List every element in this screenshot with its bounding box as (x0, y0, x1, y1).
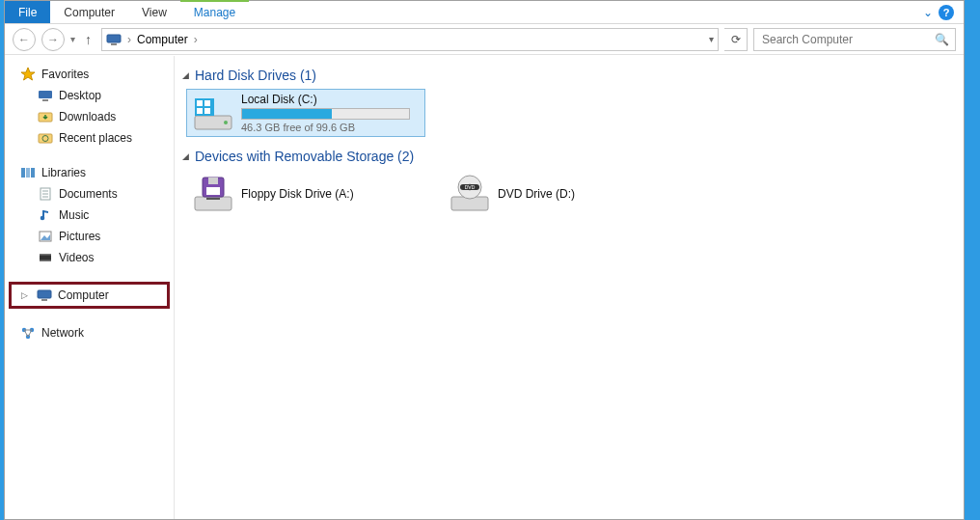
computer-icon (106, 32, 122, 47)
svg-rect-29 (204, 100, 210, 106)
up-button[interactable]: ↑ (81, 32, 95, 47)
svg-point-15 (41, 216, 45, 221)
section-header-hdd[interactable]: ◢ Hard Disk Drives (1) (182, 68, 956, 83)
libraries-header[interactable]: Libraries (5, 162, 174, 183)
sidebar-item-label: Pictures (59, 230, 100, 243)
forward-button[interactable]: → (41, 28, 65, 51)
pictures-icon (38, 229, 53, 244)
favorites-label: Favorites (41, 68, 89, 81)
capacity-bar (241, 108, 410, 120)
expander-icon[interactable]: ▷ (19, 290, 29, 300)
address-bar[interactable]: › Computer › ▾ (101, 28, 719, 51)
sidebar-item-label: Desktop (59, 89, 101, 102)
drive-tile-floppy-a[interactable]: Floppy Disk Drive (A:) (186, 170, 425, 218)
highlight-box: ▷ Computer (9, 282, 170, 309)
star-icon (20, 67, 36, 82)
search-icon: 🔍 (935, 33, 949, 46)
svg-rect-22 (41, 299, 47, 301)
sidebar-item-music[interactable]: Music (5, 205, 174, 226)
sidebar-item-pictures[interactable]: Pictures (5, 226, 174, 247)
tab-view[interactable]: View (128, 1, 180, 23)
desktop-icon (38, 88, 53, 103)
explorer-window: File Computer View Manage ⌄ ? ← → ▾ ↑ › … (4, 0, 965, 520)
svg-rect-4 (42, 99, 48, 101)
drive-name: DVD Drive (D:) (498, 187, 575, 201)
sidebar-item-network[interactable]: Network (5, 322, 174, 343)
svg-rect-20 (40, 260, 51, 262)
svg-rect-37 (206, 198, 220, 200)
breadcrumb[interactable]: Computer (137, 33, 188, 46)
crumb-sep: › (194, 33, 198, 46)
svg-text:DVD: DVD (465, 184, 476, 190)
sidebar-item-label: Recent places (59, 131, 132, 145)
help-icon[interactable]: ? (939, 5, 954, 20)
network-group: Network (5, 322, 174, 343)
favorites-group: Favorites Desktop Downloads Recent place… (5, 64, 174, 149)
drive-tile-local-disk-c[interactable]: Local Disk (C:) 46.3 GB free of 99.6 GB (186, 89, 425, 137)
address-history-icon[interactable]: ▾ (709, 34, 714, 44)
drive-free-space: 46.3 GB free of 99.6 GB (241, 122, 410, 133)
section-title: Devices with Removable Storage (2) (195, 149, 414, 164)
tab-computer[interactable]: Computer (50, 1, 128, 23)
section-title: Hard Disk Drives (1) (195, 68, 316, 83)
sidebar-item-label: Music (59, 208, 89, 222)
videos-icon (38, 250, 53, 265)
svg-rect-30 (197, 108, 203, 114)
sidebar-item-recent[interactable]: Recent places (5, 127, 174, 149)
search-input[interactable] (760, 32, 924, 47)
svg-rect-10 (31, 168, 35, 178)
section-header-removable[interactable]: ◢ Devices with Removable Storage (2) (182, 149, 956, 164)
favorites-header[interactable]: Favorites (5, 64, 174, 85)
svg-rect-35 (208, 178, 218, 184)
tab-manage[interactable]: Manage (180, 0, 249, 23)
downloads-icon (38, 109, 53, 124)
capacity-fill (242, 109, 332, 119)
drive-name: Floppy Disk Drive (A:) (241, 187, 354, 201)
dvd-icon: DVD (449, 174, 490, 214)
collapse-icon[interactable]: ◢ (182, 70, 189, 80)
sidebar-item-downloads[interactable]: Downloads (5, 106, 174, 127)
content-pane: ◢ Hard Disk Drives (1) Local Disk (C:) 4… (175, 56, 964, 519)
svg-marker-2 (21, 68, 35, 80)
sidebar-item-computer[interactable]: ▷ Computer (12, 285, 167, 306)
sidebar-item-label: Computer (58, 288, 109, 302)
search-box[interactable]: 🔍 (753, 28, 956, 51)
sidebar-item-videos[interactable]: Videos (5, 247, 174, 268)
libraries-group: Libraries Documents Music Pictures Video… (5, 162, 174, 268)
floppy-icon (193, 174, 233, 214)
libraries-icon (20, 165, 36, 180)
back-button[interactable]: ← (13, 28, 36, 51)
svg-rect-19 (40, 254, 51, 256)
svg-rect-31 (204, 108, 210, 114)
computer-group: ▷ Computer (5, 282, 174, 309)
recent-icon (38, 130, 53, 146)
navigation-pane: Favorites Desktop Downloads Recent place… (5, 56, 175, 519)
ribbon-expand-icon[interactable]: ⌄ (923, 6, 933, 19)
svg-rect-0 (107, 35, 121, 42)
svg-rect-8 (21, 168, 25, 178)
sidebar-item-label: Network (41, 326, 84, 340)
refresh-button[interactable]: ⟳ (724, 28, 748, 51)
network-icon (20, 325, 36, 341)
sidebar-item-label: Documents (59, 187, 118, 201)
recent-locations-icon[interactable]: ▾ (70, 34, 75, 44)
drive-tile-dvd-d[interactable]: DVD DVD Drive (D:) (443, 170, 682, 218)
sidebar-item-desktop[interactable]: Desktop (5, 85, 174, 106)
computer-icon (37, 287, 52, 303)
collapse-icon[interactable]: ◢ (182, 151, 189, 161)
sidebar-item-documents[interactable]: Documents (5, 183, 174, 205)
sidebar-item-label: Videos (59, 251, 94, 264)
documents-icon (38, 186, 53, 202)
svg-rect-36 (206, 187, 220, 195)
music-icon (38, 207, 53, 223)
svg-rect-28 (197, 100, 203, 106)
hdd-icon (193, 93, 233, 133)
svg-point-32 (224, 121, 228, 124)
svg-rect-21 (38, 290, 51, 298)
navigation-bar: ← → ▾ ↑ › Computer › ▾ ⟳ 🔍 (5, 24, 964, 55)
tab-file[interactable]: File (5, 1, 50, 23)
svg-rect-9 (26, 168, 30, 178)
drive-name: Local Disk (C:) (241, 93, 410, 106)
ribbon: File Computer View Manage ⌄ ? (5, 1, 964, 24)
svg-rect-3 (39, 91, 52, 98)
